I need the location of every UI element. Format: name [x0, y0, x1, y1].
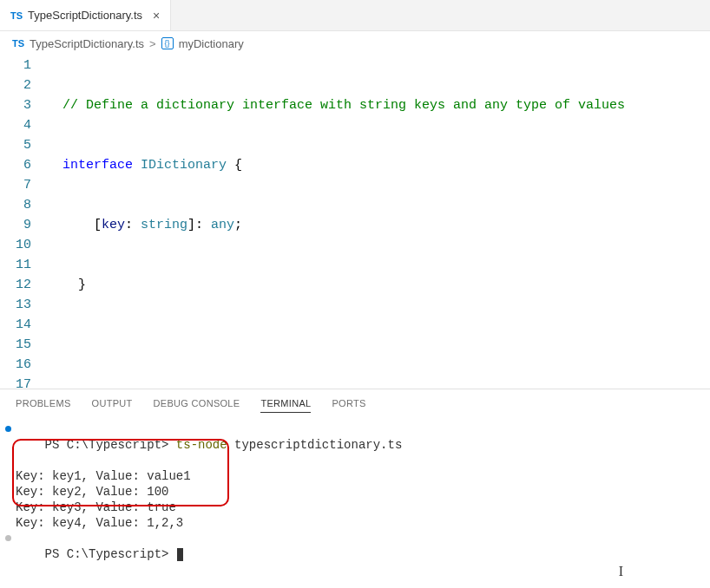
prompt-indicator-icon [5, 535, 11, 541]
chevron-right-icon: > [149, 37, 156, 50]
line-number: 11 [0, 255, 31, 275]
indent [62, 215, 94, 235]
prompt-path: PS C:\Typescript> [45, 547, 176, 561]
ts-file-icon: TS [10, 10, 23, 21]
indent [62, 275, 78, 295]
tok: ]: [187, 215, 211, 235]
line-number: 3 [0, 95, 31, 115]
tok: } [78, 275, 86, 295]
ts-file-icon: TS [12, 38, 24, 49]
command-arg: typescriptdictionary.ts [227, 438, 403, 452]
editor-tab[interactable]: TS TypeScriptDictionary.ts × [0, 0, 171, 30]
panel-tab-bar: PROBLEMS OUTPUT DEBUG CONSOLE TERMINAL P… [0, 389, 710, 418]
line-number: 10 [0, 235, 31, 255]
terminal-output-line: Key: key4, Value: 1,2,3 [16, 515, 694, 531]
comment: // Define a dictionary interface with st… [62, 95, 625, 115]
line-number: 9 [0, 215, 31, 235]
terminal-line[interactable]: PS C:\Typescript> [16, 531, 694, 578]
line-number: 4 [0, 115, 31, 135]
code-line[interactable]: // Define a dictionary interface with st… [47, 95, 710, 115]
terminal-output-line: Key: key1, Value: value1 [16, 468, 694, 484]
tok: : [125, 215, 141, 235]
line-number-gutter: 1 2 3 4 5 6 7 8 9 10 11 12 13 14 15 16 1… [0, 56, 47, 389]
terminal-cursor [177, 548, 183, 561]
tok: key [102, 215, 125, 235]
code-line[interactable] [47, 335, 710, 355]
tok: { [227, 155, 242, 175]
terminal-output-line: Key: key2, Value: 100 [16, 484, 694, 500]
line-number: 17 [0, 375, 31, 389]
breadcrumb-file[interactable]: TypeScriptDictionary.ts [30, 37, 144, 50]
line-number: 8 [0, 195, 31, 215]
tok: interface [62, 155, 133, 175]
tok: ; [234, 215, 242, 235]
terminal-line: PS C:\Typescript> ts-node typescriptdict… [16, 421, 694, 468]
breadcrumb[interactable]: TS TypeScriptDictionary.ts > {} myDictio… [0, 31, 710, 56]
tab-filename: TypeScriptDictionary.ts [28, 9, 142, 22]
prompt-path: PS C:\Typescript> [45, 438, 176, 452]
tok: IDictionary [141, 155, 227, 175]
tab-debug-console[interactable]: DEBUG CONSOLE [154, 398, 240, 413]
prompt-indicator-icon [5, 426, 11, 432]
tab-terminal[interactable]: TERMINAL [260, 398, 311, 413]
line-number: 14 [0, 315, 31, 335]
line-number: 6 [0, 155, 31, 175]
code-line[interactable]: [key: string]: any; [47, 215, 710, 235]
code-editor[interactable]: 1 2 3 4 5 6 7 8 9 10 11 12 13 14 15 16 1… [0, 56, 710, 389]
line-number: 15 [0, 335, 31, 355]
tab-output[interactable]: OUTPUT [92, 398, 133, 413]
line-number: 2 [0, 75, 31, 95]
code-line[interactable]: } [47, 275, 710, 295]
line-number: 13 [0, 295, 31, 315]
tok: any [211, 215, 234, 235]
breadcrumb-symbol[interactable]: myDictionary [179, 37, 244, 50]
line-number: 1 [0, 56, 31, 75]
terminal-output-line: Key: key3, Value: true [16, 500, 694, 515]
line-number: 12 [0, 275, 31, 295]
command: ts-node [176, 438, 227, 452]
tab-bar: TS TypeScriptDictionary.ts × [0, 0, 710, 31]
tok: string [141, 215, 187, 235]
line-number: 16 [0, 355, 31, 375]
terminal-panel[interactable]: PS C:\Typescript> ts-node typescriptdict… [0, 418, 710, 588]
symbol-object-icon: {} [161, 37, 174, 49]
code-line[interactable]: interface IDictionary { [47, 155, 710, 175]
text-cursor-icon: I [619, 564, 623, 579]
line-number: 5 [0, 135, 31, 155]
line-number: 7 [0, 175, 31, 195]
code-content[interactable]: // Define a dictionary interface with st… [47, 56, 710, 389]
close-icon[interactable]: × [153, 9, 160, 23]
tab-ports[interactable]: PORTS [332, 398, 365, 413]
tab-problems[interactable]: PROBLEMS [16, 398, 71, 413]
tok: [ [94, 215, 102, 235]
